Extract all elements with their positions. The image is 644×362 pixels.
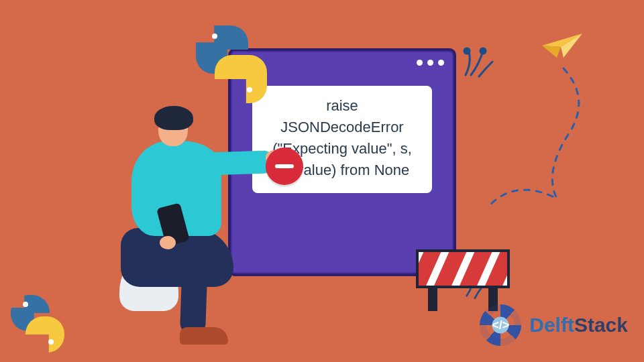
python-logo-icon xyxy=(192,25,272,106)
person-illustration xyxy=(101,105,282,319)
svg-marker-4 xyxy=(542,46,561,58)
window-dot-icon xyxy=(417,60,423,66)
paper-plane-icon xyxy=(541,31,584,60)
svg-point-0 xyxy=(464,48,470,54)
python-logo-icon xyxy=(8,295,68,355)
window-dot-icon xyxy=(438,60,444,66)
brand-wordmark: DelftStack xyxy=(529,314,628,337)
delftstack-logo: </> DelftStack xyxy=(480,304,628,346)
no-entry-icon xyxy=(266,147,303,185)
brand-gear-icon: </> xyxy=(480,304,521,346)
svg-point-1 xyxy=(480,48,486,54)
window-dot-icon xyxy=(427,60,433,66)
plane-trail-icon xyxy=(470,64,604,212)
